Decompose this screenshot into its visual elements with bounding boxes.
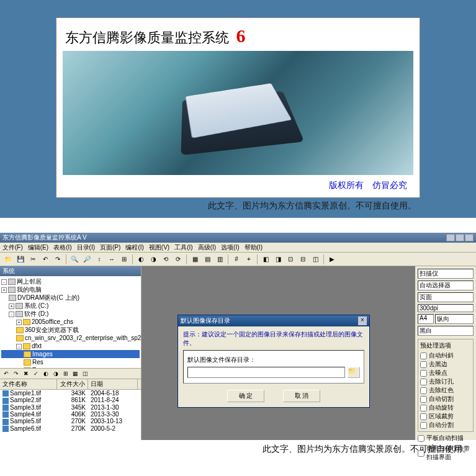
file-row[interactable]: Sample6.tif270K2000-5-2 bbox=[0, 425, 141, 432]
orient-select[interactable]: 纵向 bbox=[435, 314, 474, 324]
toolbar-button[interactable]: ⊡ bbox=[285, 254, 296, 265]
preprocess-option[interactable]: 自动纠斜 bbox=[420, 351, 471, 360]
menu-item[interactable]: 表格(I) bbox=[53, 243, 71, 252]
toolbar-button[interactable]: ⟳ bbox=[173, 254, 184, 265]
file-toolbar-button[interactable]: ▦ bbox=[71, 369, 80, 379]
browse-button[interactable]: 📁 bbox=[348, 367, 360, 378]
option-checkbox[interactable] bbox=[420, 361, 427, 368]
toolbar-button[interactable]: 💾 bbox=[15, 254, 26, 265]
tree-node[interactable]: -网上邻居 bbox=[1, 277, 140, 285]
toolbar-button[interactable]: ↶ bbox=[40, 254, 51, 265]
menu-item[interactable]: 编辑(E) bbox=[28, 243, 48, 252]
toolbar-button[interactable]: # bbox=[231, 254, 242, 265]
dpi-select[interactable]: 300dpi bbox=[418, 304, 474, 312]
toolbar-button[interactable]: 🔍 bbox=[69, 254, 80, 265]
col-date[interactable]: 日期 bbox=[88, 379, 138, 389]
file-row[interactable]: Sample3.tif345K2013-1-30 bbox=[0, 404, 141, 411]
toolbar-button[interactable]: ▦ bbox=[189, 254, 200, 265]
size-select[interactable]: A4 bbox=[418, 314, 434, 324]
menu-item[interactable]: 编程(I) bbox=[125, 243, 143, 252]
save-dir-input[interactable] bbox=[187, 367, 345, 378]
toolbar-button[interactable]: ◫ bbox=[310, 254, 321, 265]
menu-item[interactable]: 选项(I) bbox=[221, 243, 239, 252]
close-button[interactable] bbox=[465, 234, 474, 241]
max-button[interactable] bbox=[456, 234, 464, 241]
menu-item[interactable]: 页面(P) bbox=[100, 243, 120, 252]
preprocess-option[interactable]: 去噪点 bbox=[420, 369, 471, 377]
source-select[interactable]: 扫描仪 bbox=[418, 269, 474, 279]
tree-node[interactable]: cn_win_srv_2003_r2_enterprise_with_sp2 bbox=[1, 334, 140, 342]
toolbar-button[interactable]: + bbox=[243, 254, 254, 265]
toolbar-button[interactable]: ◧ bbox=[260, 254, 271, 265]
option-checkbox[interactable] bbox=[420, 353, 427, 359]
menu-item[interactable]: 帮助(I) bbox=[245, 243, 263, 252]
col-name[interactable]: 文件名称 bbox=[0, 379, 57, 389]
expand-icon[interactable]: - bbox=[16, 344, 22, 349]
menu-item[interactable]: 高级(I) bbox=[198, 243, 216, 252]
toolbar-button[interactable]: ↔ bbox=[106, 254, 117, 265]
ok-button[interactable]: 确 定 bbox=[227, 390, 264, 402]
menu-item[interactable]: 目录(I) bbox=[77, 243, 95, 252]
tree-node[interactable]: +我的电脑 bbox=[1, 285, 140, 294]
expand-icon[interactable]: - bbox=[1, 279, 7, 285]
tree-node[interactable]: +2005office_chs bbox=[1, 318, 140, 326]
preprocess-option[interactable]: 去除红色 bbox=[420, 386, 471, 395]
preprocess-option[interactable]: 自动分割 bbox=[420, 421, 471, 429]
file-toolbar-button[interactable]: ⊞ bbox=[61, 369, 70, 379]
tree-node[interactable]: +系统 (C:) bbox=[1, 302, 140, 310]
toolbar-button[interactable]: ▶ bbox=[326, 254, 338, 265]
min-button[interactable] bbox=[446, 234, 455, 241]
file-toolbar-button[interactable]: ↷ bbox=[11, 369, 20, 379]
toolbar-button[interactable]: ↕ bbox=[94, 254, 105, 265]
file-row[interactable]: Sample4.tif406K2013-3-30 bbox=[0, 411, 141, 418]
option-checkbox[interactable] bbox=[420, 387, 427, 394]
tree-node[interactable]: DVDRAM驱动(C 上的) bbox=[1, 294, 140, 302]
toolbar-button[interactable]: ✂ bbox=[27, 254, 38, 265]
flatbed-check[interactable]: 平板自动扫描 bbox=[418, 434, 474, 442]
menu-item[interactable]: 文件(F) bbox=[2, 243, 23, 252]
scanner-select[interactable]: 自动选择器 bbox=[418, 281, 474, 290]
dialog-titlebar[interactable]: 默认图像保存目录 × bbox=[178, 315, 369, 326]
toolbar-button[interactable]: ◑ bbox=[148, 254, 159, 265]
toolbar-button[interactable]: ▥ bbox=[214, 254, 225, 265]
titlebar[interactable]: 东方信腾影像质量监控系统A V bbox=[0, 233, 476, 243]
tree-node[interactable]: 360安全浏览器下载 bbox=[1, 326, 140, 334]
file-row[interactable]: Sample5.tif270K2003-10-13 bbox=[0, 418, 141, 424]
option-checkbox[interactable] bbox=[420, 413, 427, 420]
toolbar-button[interactable]: ⊟ bbox=[297, 254, 308, 265]
folder-tree[interactable]: -网上邻居+我的电脑DVDRAM驱动(C 上的)+系统 (C:)-软件 (D:)… bbox=[0, 276, 141, 368]
menu-item[interactable]: 工具(I) bbox=[174, 243, 192, 252]
tree-node[interactable]: -dfxt bbox=[1, 342, 140, 350]
file-toolbar-button[interactable]: ✖ bbox=[21, 369, 30, 379]
file-toolbar-button[interactable]: ↶ bbox=[1, 369, 11, 379]
option-checkbox[interactable] bbox=[420, 396, 427, 403]
option-checkbox[interactable] bbox=[420, 370, 427, 377]
toolbar-button[interactable]: ◨ bbox=[272, 254, 284, 265]
file-row[interactable]: Sample1.tif343K2004-6-18 bbox=[0, 390, 141, 397]
toolbar-button[interactable]: ↷ bbox=[52, 254, 63, 265]
preprocess-option[interactable]: 去除订孔 bbox=[420, 377, 471, 386]
dialog-close-icon[interactable]: × bbox=[358, 317, 367, 325]
preprocess-option[interactable]: 自动旋转 bbox=[420, 403, 471, 412]
preprocess-option[interactable]: 区域裁剪 bbox=[420, 412, 471, 421]
toolbar-button[interactable]: 📁 bbox=[2, 254, 14, 265]
flatbed-checkbox[interactable] bbox=[418, 435, 424, 442]
option-checkbox[interactable] bbox=[420, 379, 427, 385]
color-select[interactable]: 黑白 bbox=[418, 326, 474, 336]
page-select[interactable]: 页面 bbox=[418, 292, 474, 302]
option-checkbox[interactable] bbox=[420, 422, 427, 429]
expand-icon[interactable]: + bbox=[9, 303, 14, 309]
cancel-button[interactable]: 取 消 bbox=[283, 390, 320, 402]
expand-icon[interactable]: + bbox=[1, 287, 7, 293]
toolbar-button[interactable]: ◐ bbox=[135, 254, 146, 265]
toolbar-button[interactable]: 🔎 bbox=[81, 254, 92, 265]
file-toolbar-button[interactable]: ✓ bbox=[31, 369, 40, 379]
file-toolbar-button[interactable]: ◑ bbox=[51, 369, 60, 379]
toolbar-button[interactable]: ▤ bbox=[202, 254, 213, 265]
toolbar-button[interactable]: ⟲ bbox=[160, 254, 171, 265]
toolbar-button[interactable]: ⊞ bbox=[119, 254, 130, 265]
file-toolbar-button[interactable]: ◫ bbox=[81, 369, 90, 379]
menu-item[interactable]: 视图(V) bbox=[149, 243, 169, 252]
col-size[interactable]: 文件大小 bbox=[57, 379, 88, 389]
preprocess-option[interactable]: 自动切割 bbox=[420, 395, 471, 403]
